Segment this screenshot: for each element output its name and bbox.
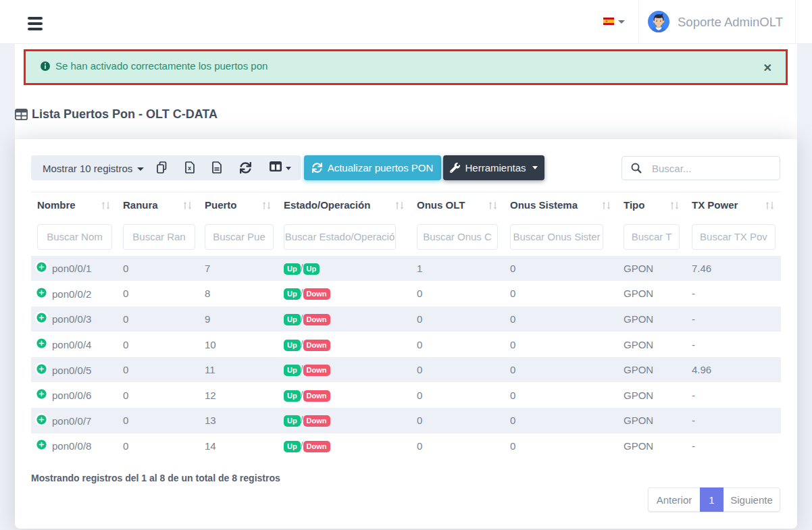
- svg-text:x: x: [188, 165, 191, 171]
